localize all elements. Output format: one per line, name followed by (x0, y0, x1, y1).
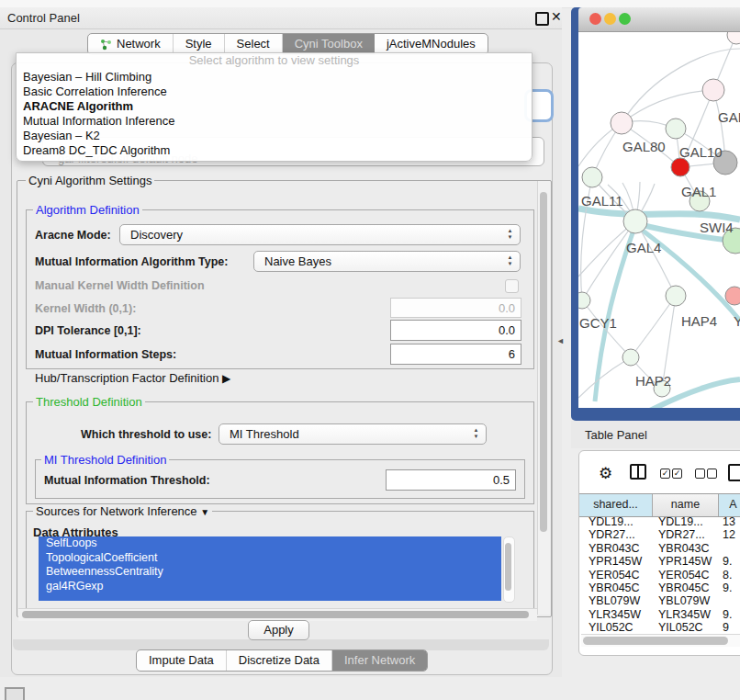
node-gal11[interactable] (582, 167, 602, 187)
algorithm-option[interactable]: Mutual Information Inference (17, 114, 532, 129)
apply-button[interactable]: Apply (248, 620, 309, 640)
aracne-mode-select[interactable]: Discovery ▲▼ (119, 224, 521, 245)
node-gal10[interactable] (666, 119, 686, 139)
settings-horizontal-scrollbar[interactable] (18, 608, 537, 621)
algorithm-option[interactable]: Dream8 DC_TDC Algorithm (17, 143, 532, 158)
settings-group-title: Cyni Algorithm Settings (26, 174, 154, 187)
which-threshold-value: MI Threshold (230, 427, 299, 441)
column-header-3[interactable]: A (719, 494, 740, 516)
tab-infer-network[interactable]: Infer Network (332, 650, 427, 671)
algorithm-option[interactable]: Basic Correlation Inference (17, 85, 532, 99)
network-edge[interactable] (578, 357, 631, 398)
mi-steps-field[interactable]: 6 (390, 344, 521, 365)
tab-label: Cyni Toolbox (295, 34, 363, 54)
table-row[interactable]: YIL052CYIL052C9 (579, 621, 740, 634)
attributes-list-scrollbar[interactable] (503, 536, 515, 603)
attribute-list-item[interactable]: BetweennessCentrality (39, 565, 501, 580)
mac-close-icon[interactable] (589, 13, 601, 25)
checked-checkbox-icon[interactable]: ✓ (672, 469, 682, 479)
which-threshold-select[interactable]: MI Threshold ▲▼ (219, 423, 487, 445)
attribute-list-item[interactable]: SelfLoops (39, 536, 501, 551)
tab-label: jActiveMNodules (387, 34, 476, 54)
table-row[interactable]: YDR27...YDR27...12 (579, 528, 740, 541)
table-panel-header: Table Panel (571, 421, 740, 448)
network-edge-thick[interactable] (578, 209, 740, 220)
unchecked-checkbox-icon[interactable] (695, 469, 705, 479)
network-icon (100, 39, 112, 51)
data-attributes-list[interactable]: SelfLoopsTopologicalCoefficientBetweenne… (39, 536, 501, 601)
table-horizontal-scrollbar[interactable] (581, 634, 740, 647)
table-cell: 9. (719, 581, 740, 594)
tab-discretize-data[interactable]: Discretize Data (227, 650, 332, 671)
tab-select[interactable]: Select (225, 34, 283, 54)
algorithm-option[interactable]: ARACNE Algorithm (17, 99, 532, 114)
settings-vertical-scrollbar[interactable] (537, 181, 550, 615)
table-cell: YDL19... (579, 515, 653, 528)
attribute-list-item[interactable]: TopologicalCoefficient (39, 551, 501, 566)
table-cell: YER054C (579, 569, 653, 581)
attribute-list-item[interactable]: gal4RGexp (39, 580, 501, 594)
column-header-1[interactable]: shared... (579, 494, 653, 516)
table-cell: YBR045C (653, 581, 719, 594)
table-row[interactable]: YBR045CYBR045C9. (579, 581, 740, 594)
columns-icon[interactable] (630, 464, 646, 480)
table-cell: YBR045C (579, 581, 653, 594)
algorithm-option[interactable]: Bayesian – Hill Climbing (17, 70, 532, 85)
network-window-titlebar[interactable] (578, 7, 740, 32)
tab-label: Style (185, 34, 212, 54)
checked-checkbox-icon[interactable]: ✓ (660, 469, 670, 479)
dpi-tolerance-field[interactable]: 0.0 (390, 320, 521, 341)
network-canvas[interactable]: GALGAL80GAL10GAL1GAL11SWI4GAL4GCY1HAP4YH… (578, 32, 740, 408)
tab-cyni-toolbox[interactable]: Cyni Toolbox (283, 34, 375, 54)
node-gal80[interactable] (611, 112, 633, 134)
table-cell: 13 (719, 515, 740, 528)
sources-group-title[interactable]: Sources for Network Inference ▼ (33, 504, 212, 518)
document-icon[interactable] (728, 464, 740, 481)
corner-widget-icon[interactable] (5, 687, 25, 700)
tab-style[interactable]: Style (174, 34, 225, 54)
kernel-width-field[interactable]: 0.0 (390, 298, 521, 318)
node[interactable] (727, 32, 740, 44)
node-gal4[interactable] (623, 209, 647, 233)
tab-jactivemnodules[interactable]: jActiveMNodules (375, 34, 488, 54)
table-cell: YIL052C (653, 621, 719, 634)
table-row[interactable]: YDL19...YDL19...13 (579, 515, 740, 528)
table-cell: YBL079W (653, 594, 719, 607)
table-row[interactable]: YBR043CYBR043C (579, 542, 740, 555)
mi-type-select[interactable]: Naive Bayes ▲▼ (253, 251, 521, 272)
aracne-mode-label: Aracne Mode: (35, 229, 111, 242)
node-red[interactable] (671, 158, 690, 176)
float-window-icon[interactable] (535, 12, 549, 26)
table-row[interactable]: YER054CYER054C8. (579, 569, 740, 581)
table-body: YDL19...YDL19...13YDR27...YDR27...12YBR0… (579, 515, 740, 635)
algorithm-option[interactable]: Bayesian – K2 (17, 129, 532, 143)
mac-minimize-icon[interactable] (604, 13, 616, 25)
node-salmon[interactable] (725, 287, 740, 305)
column-header-2[interactable]: name (653, 494, 719, 516)
network-edge[interactable] (622, 90, 713, 123)
node-hap2[interactable] (622, 349, 639, 366)
mi-threshold-field[interactable]: 0.5 (386, 469, 516, 491)
unchecked-checkbox-icon[interactable] (707, 469, 717, 479)
table-row[interactable]: YPR145WYPR145W9. (579, 555, 740, 568)
tab-network[interactable]: Network (88, 34, 174, 54)
manual-kernel-checkbox[interactable] (505, 279, 519, 293)
table-cell: YLR345W (653, 608, 719, 621)
mi-threshold-label: Mutual Information Threshold: (44, 474, 210, 487)
gear-icon[interactable]: ⚙ (599, 464, 612, 483)
close-icon[interactable]: ✕ (551, 9, 562, 24)
table-row[interactable]: YBL079WYBL079W (579, 594, 740, 607)
node-hap4[interactable] (666, 286, 686, 306)
network-window: GALGAL80GAL10GAL1GAL11SWI4GAL4GCY1HAP4YH… (571, 7, 740, 421)
screenshot-root: Control Panel ✕ NetworkStyleSelectCyni T… (0, 0, 740, 700)
node-gal[interactable] (702, 79, 724, 101)
node-gcy1[interactable] (578, 292, 590, 309)
table-cell: YDR27... (653, 528, 719, 541)
network-edge[interactable] (631, 296, 676, 357)
table-row[interactable]: YLR345WYLR345W9. (579, 608, 740, 621)
control-panel: Control Panel ✕ NetworkStyleSelectCyni T… (0, 7, 562, 677)
hub-definition-expander[interactable]: Hub/Transcription Factor Definition ▶ (35, 371, 230, 385)
network-edge[interactable] (582, 221, 635, 300)
tab-impute-data[interactable]: Impute Data (137, 650, 227, 671)
mac-zoom-icon[interactable] (619, 13, 631, 25)
